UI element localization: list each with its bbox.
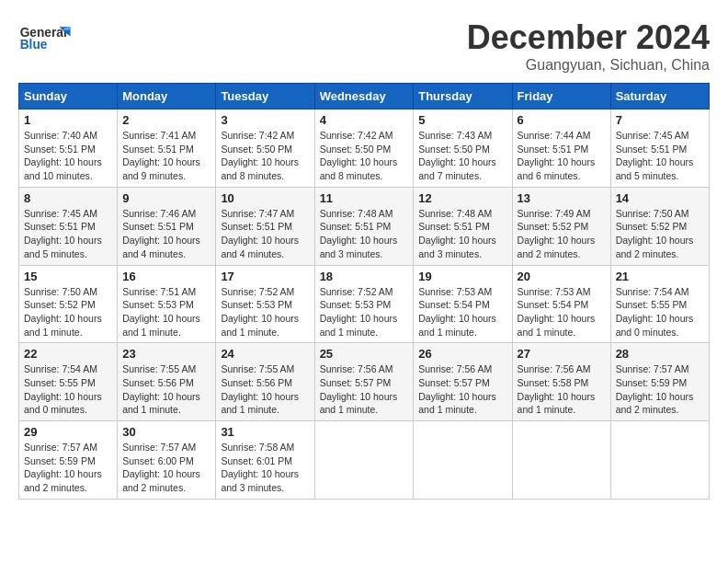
day-info: Sunrise: 7:52 AM Sunset: 5:53 PM Dayligh… [320,285,409,339]
page-title: December 2024 [467,18,710,57]
day-number: 22 [24,347,112,361]
calendar-week-row: 15Sunrise: 7:50 AM Sunset: 5:52 PM Dayli… [19,265,710,343]
day-info: Sunrise: 7:41 AM Sunset: 5:51 PM Dayligh… [122,129,210,183]
day-number: 25 [320,347,409,361]
calendar-day-cell: 14Sunrise: 7:50 AM Sunset: 5:52 PM Dayli… [610,187,709,265]
weekday-header-monday: Monday [118,84,216,109]
day-number: 18 [320,270,409,283]
logo-icon: General Blue [18,18,74,55]
calendar-day-cell: 12Sunrise: 7:48 AM Sunset: 5:51 PM Dayli… [414,187,512,265]
day-number: 20 [518,270,606,283]
day-info: Sunrise: 7:49 AM Sunset: 5:52 PM Dayligh… [518,207,606,261]
page-header: General Blue December 2024 Guangyuan, Si… [18,18,710,74]
calendar-day-cell: 31Sunrise: 7:58 AM Sunset: 6:01 PM Dayli… [216,421,314,500]
calendar-day-cell: 8Sunrise: 7:45 AM Sunset: 5:51 PM Daylig… [19,187,118,265]
weekday-header-wednesday: Wednesday [314,84,414,109]
day-info: Sunrise: 7:45 AM Sunset: 5:51 PM Dayligh… [616,129,704,183]
calendar-day-cell: 24Sunrise: 7:55 AM Sunset: 5:56 PM Dayli… [216,343,314,421]
day-number: 1 [24,113,112,127]
day-number: 5 [418,113,506,127]
calendar-day-cell [414,421,512,500]
calendar-week-row: 8Sunrise: 7:45 AM Sunset: 5:51 PM Daylig… [19,187,710,265]
day-info: Sunrise: 7:56 AM Sunset: 5:57 PM Dayligh… [320,362,409,417]
calendar-day-cell: 29Sunrise: 7:57 AM Sunset: 5:59 PM Dayli… [19,421,118,500]
calendar-day-cell: 5Sunrise: 7:43 AM Sunset: 5:50 PM Daylig… [414,109,512,188]
calendar-week-row: 29Sunrise: 7:57 AM Sunset: 5:59 PM Dayli… [19,421,710,500]
day-info: Sunrise: 7:45 AM Sunset: 5:51 PM Dayligh… [24,207,112,261]
day-number: 26 [418,347,506,361]
calendar-day-cell: 22Sunrise: 7:54 AM Sunset: 5:55 PM Dayli… [19,343,118,421]
day-info: Sunrise: 7:56 AM Sunset: 5:57 PM Dayligh… [418,362,506,417]
day-info: Sunrise: 7:48 AM Sunset: 5:51 PM Dayligh… [320,207,409,261]
day-number: 15 [24,270,112,283]
day-number: 2 [122,113,210,127]
day-info: Sunrise: 7:40 AM Sunset: 5:51 PM Dayligh… [24,129,112,183]
day-number: 11 [320,191,409,205]
day-info: Sunrise: 7:53 AM Sunset: 5:54 PM Dayligh… [518,285,606,339]
calendar-day-cell: 21Sunrise: 7:54 AM Sunset: 5:55 PM Dayli… [610,265,709,343]
calendar-day-cell: 20Sunrise: 7:53 AM Sunset: 5:54 PM Dayli… [512,265,610,343]
calendar-day-cell: 28Sunrise: 7:57 AM Sunset: 5:59 PM Dayli… [610,343,709,421]
day-number: 6 [518,113,606,127]
calendar-day-cell: 17Sunrise: 7:52 AM Sunset: 5:53 PM Dayli… [216,265,314,343]
day-info: Sunrise: 7:57 AM Sunset: 5:59 PM Dayligh… [616,362,704,417]
day-number: 27 [518,347,606,361]
calendar-day-cell: 16Sunrise: 7:51 AM Sunset: 5:53 PM Dayli… [118,265,216,343]
calendar-day-cell: 4Sunrise: 7:42 AM Sunset: 5:50 PM Daylig… [314,109,414,188]
calendar-day-cell: 27Sunrise: 7:56 AM Sunset: 5:58 PM Dayli… [512,343,610,421]
calendar-day-cell [314,421,414,500]
calendar-day-cell: 10Sunrise: 7:47 AM Sunset: 5:51 PM Dayli… [216,187,314,265]
day-info: Sunrise: 7:47 AM Sunset: 5:51 PM Dayligh… [221,207,309,261]
calendar-day-cell [610,421,709,500]
day-info: Sunrise: 7:48 AM Sunset: 5:51 PM Dayligh… [418,207,506,261]
day-number: 12 [418,191,506,205]
page-subtitle: Guangyuan, Sichuan, China [467,57,710,74]
calendar-day-cell: 15Sunrise: 7:50 AM Sunset: 5:52 PM Dayli… [19,265,118,343]
logo: General Blue [18,18,74,55]
calendar-day-cell: 18Sunrise: 7:52 AM Sunset: 5:53 PM Dayli… [314,265,414,343]
title-area: December 2024 Guangyuan, Sichuan, China [467,18,710,74]
day-number: 28 [616,347,704,361]
calendar-day-cell: 30Sunrise: 7:57 AM Sunset: 6:00 PM Dayli… [118,421,216,500]
calendar-table: SundayMondayTuesdayWednesdayThursdayFrid… [18,83,710,500]
day-number: 29 [24,425,112,439]
day-number: 23 [122,347,210,361]
day-number: 14 [616,191,704,205]
day-info: Sunrise: 7:55 AM Sunset: 5:56 PM Dayligh… [221,362,309,417]
day-info: Sunrise: 7:44 AM Sunset: 5:51 PM Dayligh… [518,129,606,183]
svg-text:Blue: Blue [20,38,48,52]
calendar-day-cell: 1Sunrise: 7:40 AM Sunset: 5:51 PM Daylig… [19,109,118,188]
calendar-day-cell: 3Sunrise: 7:42 AM Sunset: 5:50 PM Daylig… [216,109,314,188]
weekday-header-saturday: Saturday [610,84,709,109]
day-number: 10 [221,191,309,205]
calendar-day-cell: 7Sunrise: 7:45 AM Sunset: 5:51 PM Daylig… [610,109,709,188]
day-info: Sunrise: 7:46 AM Sunset: 5:51 PM Dayligh… [122,207,210,261]
day-number: 19 [418,270,506,283]
calendar-day-cell: 19Sunrise: 7:53 AM Sunset: 5:54 PM Dayli… [414,265,512,343]
day-info: Sunrise: 7:50 AM Sunset: 5:52 PM Dayligh… [616,207,704,261]
day-info: Sunrise: 7:57 AM Sunset: 5:59 PM Dayligh… [24,441,112,495]
calendar-day-cell: 6Sunrise: 7:44 AM Sunset: 5:51 PM Daylig… [512,109,610,188]
weekday-header-sunday: Sunday [19,84,118,109]
day-number: 3 [221,113,309,127]
day-info: Sunrise: 7:51 AM Sunset: 5:53 PM Dayligh… [122,285,210,339]
calendar-week-row: 22Sunrise: 7:54 AM Sunset: 5:55 PM Dayli… [19,343,710,421]
weekday-header-tuesday: Tuesday [216,84,314,109]
calendar-day-cell [512,421,610,500]
day-number: 31 [221,425,309,439]
day-info: Sunrise: 7:54 AM Sunset: 5:55 PM Dayligh… [616,285,704,339]
day-number: 7 [616,113,704,127]
day-number: 8 [24,191,112,205]
day-number: 17 [221,270,309,283]
day-info: Sunrise: 7:42 AM Sunset: 5:50 PM Dayligh… [221,129,309,183]
day-info: Sunrise: 7:43 AM Sunset: 5:50 PM Dayligh… [418,129,506,183]
day-info: Sunrise: 7:55 AM Sunset: 5:56 PM Dayligh… [122,362,210,417]
calendar-day-cell: 9Sunrise: 7:46 AM Sunset: 5:51 PM Daylig… [118,187,216,265]
calendar-body: 1Sunrise: 7:40 AM Sunset: 5:51 PM Daylig… [19,109,710,500]
day-info: Sunrise: 7:50 AM Sunset: 5:52 PM Dayligh… [24,285,112,339]
day-info: Sunrise: 7:56 AM Sunset: 5:58 PM Dayligh… [518,362,606,417]
day-number: 9 [122,191,210,205]
svg-text:General: General [20,26,67,40]
calendar-header-row: SundayMondayTuesdayWednesdayThursdayFrid… [19,84,710,109]
calendar-day-cell: 26Sunrise: 7:56 AM Sunset: 5:57 PM Dayli… [414,343,512,421]
